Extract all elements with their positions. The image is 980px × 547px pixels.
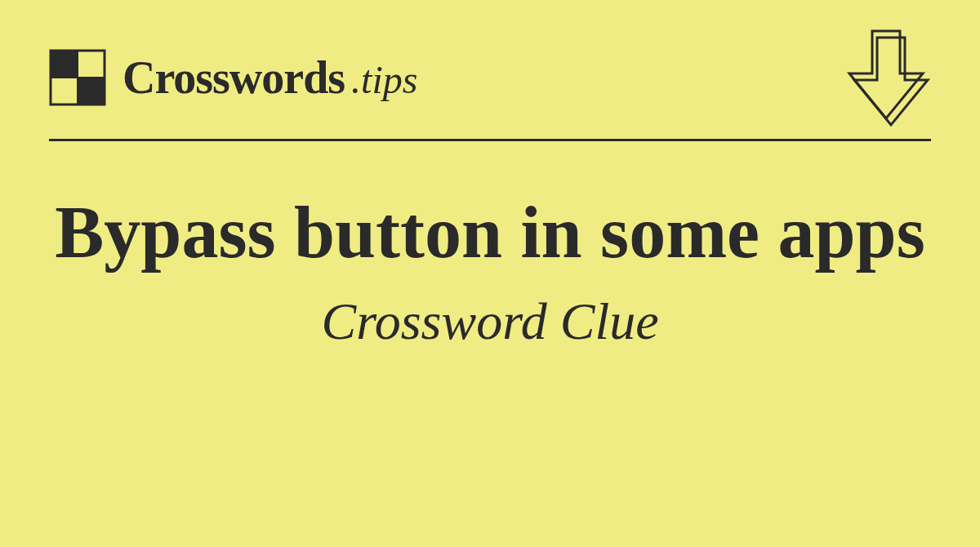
main-content: Bypass button in some apps Crossword Clu… xyxy=(0,141,980,352)
svg-rect-1 xyxy=(51,51,78,78)
logo-extension-text: .tips xyxy=(351,57,417,102)
logo-main-text: Crosswords xyxy=(122,51,345,104)
logo-text: Crosswords .tips xyxy=(122,51,417,104)
subtitle: Crossword Clue xyxy=(33,291,947,352)
svg-rect-2 xyxy=(78,78,105,105)
header: Crosswords .tips xyxy=(0,0,980,131)
crossword-logo-icon xyxy=(49,49,106,106)
clue-title: Bypass button in some apps xyxy=(33,190,947,275)
logo-section: Crosswords .tips xyxy=(49,49,417,106)
down-arrow-icon xyxy=(841,24,931,131)
